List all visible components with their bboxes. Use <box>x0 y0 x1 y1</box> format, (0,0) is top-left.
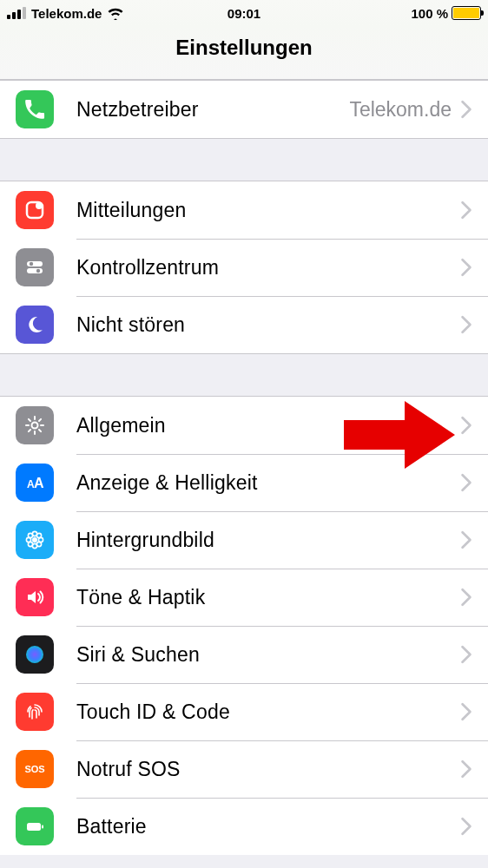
row-siri-label: Siri & Suchen <box>76 643 460 667</box>
chevron-right-icon <box>460 416 472 435</box>
sos-icon <box>16 750 54 788</box>
chevron-right-icon <box>460 588 472 607</box>
chevron-right-icon <box>460 702 472 721</box>
row-carrier-value: Telekom.de <box>349 98 452 122</box>
settings-group-a: MitteilungenKontrollzentrumNicht stören <box>0 181 488 354</box>
flower-icon <box>16 521 54 559</box>
row-sounds[interactable]: Töne & Haptik <box>0 569 488 626</box>
row-control-center[interactable]: Kontrollzentrum <box>0 239 488 296</box>
row-display-label: Anzeige & Helligkeit <box>76 471 460 495</box>
row-carrier[interactable]: Netzbetreiber Telekom.de <box>0 81 488 138</box>
fingerprint-icon <box>16 693 54 731</box>
row-control-center-label: Kontrollzentrum <box>76 256 460 279</box>
speaker-icon <box>16 578 54 616</box>
chevron-right-icon <box>460 817 472 836</box>
row-wallpaper-label: Hintergrundbild <box>76 529 460 552</box>
phone-icon <box>16 90 54 128</box>
section-gap <box>0 354 488 396</box>
row-battery[interactable]: Batterie <box>0 798 488 855</box>
battery-icon <box>452 6 481 20</box>
row-sos[interactable]: Notruf SOS <box>0 740 488 798</box>
row-dnd[interactable]: Nicht stören <box>0 296 488 353</box>
row-dnd-label: Nicht stören <box>76 313 460 337</box>
row-sos-label: Notruf SOS <box>76 758 460 781</box>
moon-icon <box>16 306 54 344</box>
row-general-label: Allgemein <box>76 414 460 437</box>
siri-icon <box>16 635 54 674</box>
chevron-right-icon <box>460 473 472 492</box>
row-notifications-label: Mitteilungen <box>76 199 460 222</box>
gear-icon <box>16 406 54 444</box>
settings-group-carrier: Netzbetreiber Telekom.de <box>0 80 488 139</box>
chevron-right-icon <box>460 760 472 779</box>
row-sounds-label: Töne & Haptik <box>76 586 460 609</box>
control-center-icon <box>16 248 54 286</box>
row-display[interactable]: Anzeige & Helligkeit <box>0 454 488 511</box>
notifications-icon <box>16 191 54 229</box>
row-wallpaper[interactable]: Hintergrundbild <box>0 511 488 569</box>
row-battery-label: Batterie <box>76 815 460 838</box>
row-siri[interactable]: Siri & Suchen <box>0 626 488 683</box>
row-notifications[interactable]: Mitteilungen <box>0 181 488 239</box>
textsize-icon <box>16 464 54 502</box>
settings-group-b: AllgemeinAnzeige & HelligkeitHintergrund… <box>0 396 488 855</box>
row-carrier-label: Netzbetreiber <box>76 98 349 122</box>
battery-icon <box>16 807 54 845</box>
chevron-right-icon <box>460 530 472 549</box>
chevron-right-icon <box>460 258 472 277</box>
status-bar: Telekom.de 09:01 100 % <box>0 0 488 26</box>
chevron-right-icon <box>460 100 472 119</box>
row-touchid[interactable]: Touch ID & Code <box>0 683 488 740</box>
chevron-right-icon <box>460 201 472 220</box>
chevron-right-icon <box>460 645 472 664</box>
page-title: Einstellungen <box>0 26 488 80</box>
section-gap <box>0 139 488 181</box>
row-general[interactable]: Allgemein <box>0 397 488 454</box>
clock: 09:01 <box>0 6 488 21</box>
row-touchid-label: Touch ID & Code <box>76 700 460 724</box>
chevron-right-icon <box>460 315 472 334</box>
